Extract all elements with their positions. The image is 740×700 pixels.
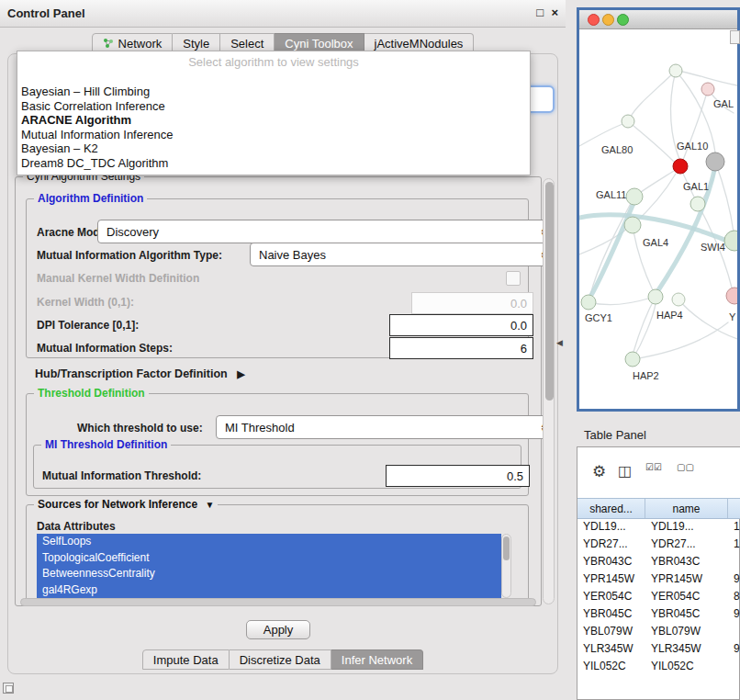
table-cell[interactable]: YLR345W <box>645 639 728 657</box>
mi-threshold-field[interactable]: 0.5 <box>386 465 530 487</box>
algorithm-option-basic-correlation-inference[interactable]: Basic Correlation Inference <box>17 99 530 114</box>
close-icon[interactable]: × <box>551 6 558 19</box>
table-cell[interactable]: 9. <box>728 570 740 587</box>
table-row[interactable]: YDR27...YDR27...12 <box>577 535 740 552</box>
settings-v-scrollbar[interactable] <box>543 178 555 604</box>
algorithm-option-mutual-information-inference[interactable]: Mutual Information Inference <box>17 128 530 142</box>
network-canvas[interactable]: GAL80GAL10GAL11GAL1SWI4GAL4GCY1HAP4HAP2G… <box>579 28 737 409</box>
table-cell[interactable]: YBR043C <box>645 552 728 570</box>
network-node[interactable] <box>724 231 737 251</box>
minimize-traffic-light[interactable] <box>602 14 614 26</box>
settings-gear-icon[interactable]: ⚙ <box>592 462 606 481</box>
table-cell[interactable] <box>728 552 740 570</box>
table-cell[interactable]: 8. <box>728 587 740 604</box>
apply-button[interactable]: Apply <box>246 620 310 639</box>
table-row[interactable]: YLR345WYLR345W9. <box>577 639 740 657</box>
table-cell[interactable]: YBL079W <box>577 622 645 639</box>
algorithm-option-bayesian-hill-climbing[interactable]: Bayesian – Hill Climbing <box>17 85 530 99</box>
settings-v-scrollbar-thumb[interactable] <box>545 182 554 401</box>
which-threshold-combo[interactable]: MI Threshold ▲▼ <box>216 415 553 439</box>
network-node[interactable] <box>648 289 663 304</box>
hub-section-toggle[interactable]: Hub/Transcription Factor Definition ▶ <box>35 367 245 380</box>
table-cell[interactable]: YIL052C <box>645 657 728 674</box>
table-row[interactable]: YBL079WYBL079W <box>577 622 740 639</box>
table-cell[interactable]: YPR145W <box>577 570 645 587</box>
attribute-item-selfloops[interactable]: SelfLoops <box>37 534 501 550</box>
attributes-scrollbar[interactable] <box>501 534 511 598</box>
table-cell[interactable]: YDR27... <box>645 535 728 552</box>
table-row[interactable]: YIL052CYIL052C <box>577 657 740 674</box>
table-row[interactable]: YER054CYER054C8. <box>577 587 740 604</box>
table-cell[interactable]: 9. <box>728 639 740 657</box>
table-cell[interactable]: YIL052C <box>577 657 645 674</box>
attributes-scrollbar-thumb[interactable] <box>503 536 510 560</box>
network-scroll-corner[interactable] <box>730 30 740 44</box>
table-cell[interactable]: 12 <box>728 535 740 552</box>
network-node[interactable] <box>673 159 688 174</box>
app-root: Control Panel □ × NetworkStyleSelectCyni… <box>0 0 740 700</box>
algorithm-option-aracne-algorithm[interactable]: ARACNE Algorithm <box>17 113 530 128</box>
bottom-tab-impute-data[interactable]: Impute Data <box>142 649 230 670</box>
table-cell[interactable]: YDL19... <box>577 517 645 535</box>
undock-icon[interactable] <box>3 683 14 694</box>
manual-kernel-checkbox[interactable] <box>506 271 521 286</box>
table-row[interactable]: YPR145WYPR145W9. <box>577 570 740 587</box>
table-cell[interactable]: YLR345W <box>577 639 645 657</box>
attribute-item-gal4rgexp[interactable]: gal4RGexp <box>37 582 501 599</box>
kernel-width-field[interactable]: 0.0 <box>411 292 533 314</box>
settings-h-scrollbar[interactable] <box>20 598 536 606</box>
column-header-shared-[interactable]: shared... <box>577 499 645 518</box>
mi-steps-field[interactable]: 6 <box>389 337 533 359</box>
table-cell[interactable]: YPR145W <box>645 570 728 587</box>
attribute-item-topologicalcoefficient[interactable]: TopologicalCoefficient <box>37 550 501 567</box>
table-cell[interactable]: YDL19... <box>645 517 728 535</box>
threshold-definition-title: Threshold Definition <box>34 387 149 400</box>
mi-threshold-value: 0.5 <box>507 469 523 483</box>
bottom-tab-discretize-data[interactable]: Discretize Data <box>230 649 331 670</box>
network-node[interactable] <box>626 188 643 205</box>
network-node[interactable] <box>706 152 724 171</box>
table-cell[interactable]: YER054C <box>577 587 645 604</box>
column-header-2[interactable] <box>728 499 740 518</box>
zoom-traffic-light[interactable] <box>617 14 629 26</box>
network-node[interactable] <box>672 293 685 306</box>
select-checked-icon[interactable]: ☑☑ <box>645 462 662 472</box>
table-cell[interactable]: YER054C <box>645 587 728 604</box>
table-cell[interactable]: YBR045C <box>645 604 728 622</box>
algorithm-dropdown-popup: Select algorithm to view settings Bayesi… <box>17 51 531 175</box>
columns-icon[interactable]: ◫ <box>618 462 632 480</box>
table-cell[interactable]: YBR043C <box>577 552 645 570</box>
table-cell[interactable]: YDR27... <box>577 535 645 552</box>
dpi-tolerance-field[interactable]: 0.0 <box>389 314 533 336</box>
table-cell[interactable]: YBR045C <box>577 604 645 622</box>
network-node[interactable] <box>624 217 641 233</box>
table-cell[interactable] <box>728 657 740 674</box>
table-row[interactable]: YBR043CYBR043C <box>577 552 740 570</box>
network-node[interactable] <box>622 115 634 128</box>
network-node[interactable] <box>581 295 596 310</box>
network-node[interactable] <box>701 83 714 96</box>
network-node[interactable] <box>625 352 640 367</box>
table-cell[interactable]: YBL079W <box>645 622 728 639</box>
mi-type-combo[interactable]: Naive Bayes ▲▼ <box>250 243 553 266</box>
attribute-item-betweennesscentrality[interactable]: BetweennessCentrality <box>37 566 501 582</box>
bottom-tab-infer-network[interactable]: Infer Network <box>331 649 423 670</box>
select-unchecked-icon[interactable]: ▢▢ <box>677 462 694 472</box>
column-header-name[interactable]: name <box>645 499 728 518</box>
network-node[interactable] <box>690 197 705 211</box>
algorithm-option-bayesian-k2[interactable]: Bayesian – K2 <box>17 141 530 156</box>
splitter-collapse-icon[interactable]: ◀ <box>556 338 563 347</box>
network-node[interactable] <box>669 64 682 77</box>
close-traffic-light[interactable] <box>588 14 600 26</box>
table-row[interactable]: YBR045CYBR045C9. <box>577 604 740 622</box>
table-cell[interactable]: 9. <box>728 604 740 622</box>
table-cell[interactable] <box>728 622 740 639</box>
aracne-mode-combo[interactable]: Discovery ▲▼ <box>97 220 553 243</box>
table-row[interactable]: YDL19...YDL19...13 <box>577 517 740 535</box>
table-cell[interactable]: 13 <box>728 517 740 535</box>
network-node[interactable] <box>726 288 737 304</box>
algorithm-option-dream8-dc-tdc-algorithm[interactable]: Dream8 DC_TDC Algorithm <box>17 156 530 171</box>
sources-group-toggle[interactable]: Sources for Network Inference ▼ <box>34 498 218 511</box>
network-view-window: GAL80GAL10GAL11GAL1SWI4GAL4GCY1HAP4HAP2G… <box>577 7 740 412</box>
float-window-icon[interactable]: □ <box>536 6 544 19</box>
